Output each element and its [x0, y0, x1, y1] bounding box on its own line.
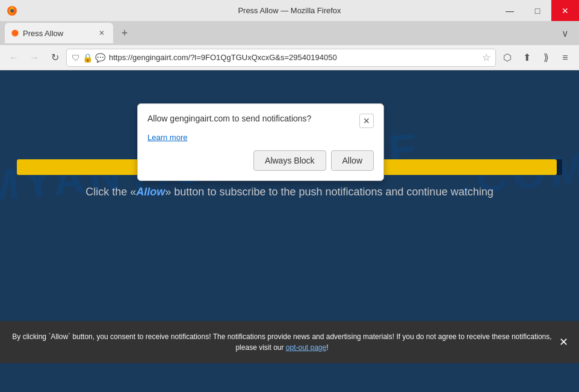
- opt-out-link[interactable]: opt-out page: [286, 343, 326, 352]
- url-security-icons: 🛡 🔒 💬: [72, 53, 105, 63]
- learn-more-link[interactable]: Learn more: [147, 133, 374, 142]
- window-title: Press Allow — Mozilla Firefox: [238, 6, 341, 15]
- tab-close-button[interactable]: ✕: [96, 28, 107, 38]
- tab-expand-button[interactable]: ∨: [556, 24, 574, 42]
- maximize-button[interactable]: □: [524, 0, 551, 21]
- new-tab-button[interactable]: +: [116, 24, 134, 42]
- pocket-button[interactable]: ⬡: [498, 49, 516, 67]
- cta-allow-highlight: Allow: [136, 186, 165, 198]
- url-bar[interactable]: 🛡 🔒 💬 https://gengingairt.com/?l=9FO1QgT…: [66, 49, 496, 67]
- always-block-button[interactable]: Always Block: [253, 150, 326, 171]
- bottom-bar-close-button[interactable]: ✕: [555, 334, 572, 351]
- minimize-button[interactable]: —: [496, 0, 524, 21]
- popup-title: Allow gengingairt.com to send notificati…: [147, 114, 359, 123]
- shield-icon: 🛡: [72, 53, 80, 63]
- share-button[interactable]: ⬆: [518, 49, 536, 67]
- cta-before: Click the «: [85, 186, 136, 198]
- notification-popup: Allow gengingairt.com to send notificati…: [137, 103, 384, 181]
- popup-buttons: Always Block Allow: [147, 150, 374, 171]
- lock-icon: 🔒: [82, 53, 93, 63]
- close-button[interactable]: ✕: [551, 0, 579, 21]
- tabbar: Press Allow ✕ + ∨: [0, 21, 579, 45]
- nav-right-icons: ⬡ ⬆ ⟫ ≡: [498, 49, 574, 67]
- back-button[interactable]: ←: [5, 49, 23, 67]
- firefox-logo-icon: [6, 5, 18, 17]
- extensions-button[interactable]: ⟫: [537, 49, 555, 67]
- allow-button[interactable]: Allow: [331, 150, 374, 171]
- cta-text: Click the «Allow» button to subscribe to…: [0, 186, 579, 198]
- cta-after: » button to subscribe to the push notifi…: [165, 186, 493, 198]
- popup-header: Allow gengingairt.com to send notificati…: [147, 114, 374, 128]
- menu-button[interactable]: ≡: [556, 49, 574, 67]
- forward-button[interactable]: →: [25, 49, 43, 67]
- titlebar: Press Allow — Mozilla Firefox — □ ✕: [0, 0, 579, 21]
- url-text: https://gengingairt.com/?l=9FO1QgTGUxQxc…: [109, 53, 478, 62]
- navbar: ← → ↻ 🛡 🔒 💬 https://gengingairt.com/?l=9…: [0, 45, 579, 70]
- svg-point-1: [10, 9, 14, 13]
- tab-label: Press Allow: [23, 29, 63, 38]
- bottom-text-before: By clicking `Allow` button, you consent …: [12, 332, 551, 352]
- content-area: MYANTISPYWARE .COM 99% Click the «Allow»…: [0, 70, 579, 363]
- bottom-notification-bar: By clicking `Allow` button, you consent …: [0, 321, 579, 363]
- reload-button[interactable]: ↻: [46, 49, 64, 67]
- bottom-text-after: !: [326, 343, 328, 352]
- popup-close-button[interactable]: ✕: [359, 114, 374, 128]
- chat-icon: 💬: [95, 53, 105, 63]
- tab-favicon-icon: [11, 29, 19, 37]
- svg-point-2: [11, 29, 18, 36]
- bottom-bar-text: By clicking `Allow` button, you consent …: [9, 331, 555, 353]
- bookmark-star-icon[interactable]: ☆: [482, 52, 491, 63]
- window-controls: — □ ✕: [496, 0, 579, 21]
- active-tab[interactable]: Press Allow ✕: [5, 23, 113, 43]
